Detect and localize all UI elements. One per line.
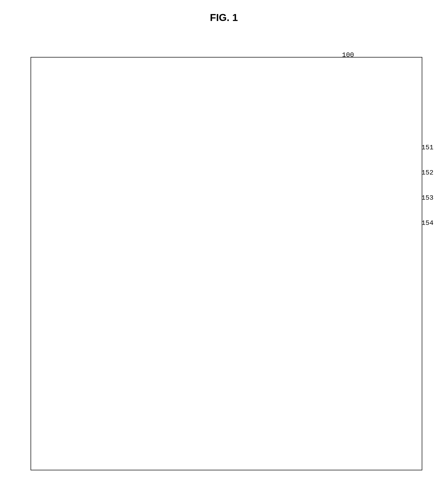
outer-box: [31, 57, 422, 470]
ref-151: 151: [421, 144, 433, 151]
ref-152: 152: [421, 169, 433, 177]
figure-diagram: FIG. 1 100 Power supply 190 Controller 1…: [0, 0, 448, 503]
ref-153: 153: [421, 194, 433, 202]
figure-title: FIG. 1: [210, 12, 238, 23]
ref-154: 154: [421, 219, 433, 227]
